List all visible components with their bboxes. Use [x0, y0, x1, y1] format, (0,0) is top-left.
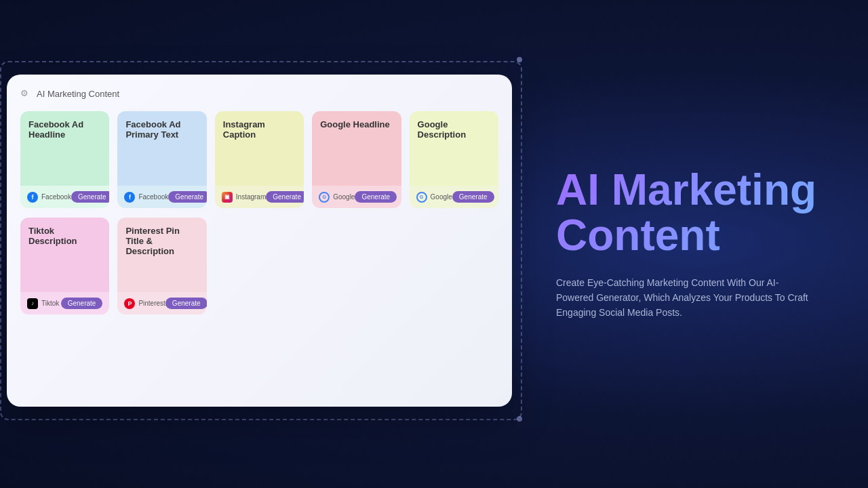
panel-header: ⚙ AI Marketing Content — [20, 88, 498, 99]
instagram-platform-info: ▣ Instagram — [222, 192, 266, 203]
pinterest-icon: P — [124, 298, 135, 309]
card-google-headline-footer: G Google Generate — [312, 186, 401, 208]
card-google-description: Google Description G Google Generate — [410, 111, 498, 208]
tiktok-description-generate-btn[interactable]: Generate — [61, 298, 103, 309]
main-title: AI Marketing Content — [556, 167, 841, 258]
card-tiktok-description: Tiktok Description ♪ Tiktok Generate — [20, 218, 109, 314]
facebook-primary-platform-info: f Facebook — [124, 192, 168, 203]
facebook-primary-label: Facebook — [138, 193, 168, 201]
instagram-icon: ▣ — [222, 192, 233, 203]
gear-icon: ⚙ — [20, 88, 31, 99]
facebook-primary-icon: f — [124, 192, 135, 203]
instagram-caption-generate-btn[interactable]: Generate — [266, 191, 304, 203]
pinterest-platform-info: P Pinterest — [124, 298, 165, 309]
card-facebook-primary-title: Facebook Ad Primary Text — [125, 119, 198, 140]
tiktok-platform-info: ♪ Tiktok — [27, 298, 59, 309]
card-tiktok-description-body: Tiktok Description — [20, 218, 109, 292]
right-panel: AI Marketing Content Create Eye-Catching… — [529, 0, 868, 488]
google-headline-label: Google — [333, 193, 355, 201]
tiktok-icon: ♪ — [27, 298, 38, 309]
card-google-description-body: Google Description — [410, 111, 498, 186]
facebook-icon: f — [27, 192, 38, 203]
card-pinterest-pin-footer: P Pinterest Generate — [117, 292, 206, 314]
card-instagram-caption: Instagram Caption ▣ Instagram Generate — [215, 111, 304, 208]
card-instagram-caption-title: Instagram Caption — [223, 119, 296, 140]
cards-row1: Facebook Ad Headline f Facebook Generate… — [20, 111, 498, 208]
card-google-headline: Google Headline G Google Generate — [312, 111, 401, 208]
google-description-generate-btn[interactable]: Generate — [452, 191, 494, 203]
card-pinterest-pin: Pinterest Pin Title & Description P Pint… — [117, 218, 206, 314]
cards-row2: Tiktok Description ♪ Tiktok Generate Pin… — [20, 218, 498, 314]
facebook-headline-generate-btn[interactable]: Generate — [71, 191, 109, 203]
main-title-line1: AI Marketing — [556, 165, 816, 214]
google-description-platform-info: G Google — [416, 192, 452, 203]
facebook-primary-generate-btn[interactable]: Generate — [168, 191, 206, 203]
card-facebook-headline: Facebook Ad Headline f Facebook Generate — [20, 111, 109, 208]
google-description-label: Google — [431, 193, 452, 201]
google-headline-platform-info: G Google — [319, 192, 355, 203]
card-tiktok-description-title: Tiktok Description — [28, 226, 101, 246]
pinterest-pin-generate-btn[interactable]: Generate — [165, 298, 207, 309]
card-pinterest-pin-title: Pinterest Pin Title & Description — [125, 226, 198, 256]
card-instagram-caption-body: Instagram Caption — [215, 111, 304, 186]
google-headline-generate-btn[interactable]: Generate — [355, 191, 397, 203]
card-facebook-headline-footer: f Facebook Generate — [20, 186, 109, 208]
card-instagram-caption-footer: ▣ Instagram Generate — [215, 186, 304, 208]
card-google-headline-body: Google Headline — [312, 111, 401, 186]
card-facebook-headline-body: Facebook Ad Headline — [20, 111, 109, 186]
facebook-label: Facebook — [41, 193, 71, 201]
main-description: Create Eye-Catching Marketing Content Wi… — [556, 275, 814, 321]
card-pinterest-pin-body: Pinterest Pin Title & Description — [117, 218, 206, 292]
card-google-description-title: Google Description — [418, 119, 490, 140]
google-description-icon: G — [416, 192, 427, 203]
card-facebook-headline-title: Facebook Ad Headline — [28, 119, 101, 140]
card-facebook-primary-footer: f Facebook Generate — [117, 186, 206, 208]
main-title-line2: Content — [556, 211, 720, 260]
card-tiktok-description-footer: ♪ Tiktok Generate — [20, 292, 109, 314]
panel-title: AI Marketing Content — [37, 89, 119, 99]
card-facebook-primary: Facebook Ad Primary Text f Facebook Gene… — [117, 111, 206, 208]
corner-dot-tr — [517, 57, 522, 62]
facebook-platform-info: f Facebook — [27, 192, 71, 203]
pinterest-label: Pinterest — [138, 300, 165, 307]
google-headline-icon: G — [319, 192, 330, 203]
card-facebook-primary-body: Facebook Ad Primary Text — [117, 111, 206, 186]
left-panel: ⚙ AI Marketing Content Facebook Ad Headl… — [7, 75, 512, 407]
instagram-label: Instagram — [236, 193, 266, 201]
tiktok-label: Tiktok — [41, 300, 59, 307]
card-google-description-footer: G Google Generate — [410, 186, 498, 208]
card-google-headline-title: Google Headline — [320, 119, 390, 129]
corner-dot-br — [517, 416, 522, 422]
